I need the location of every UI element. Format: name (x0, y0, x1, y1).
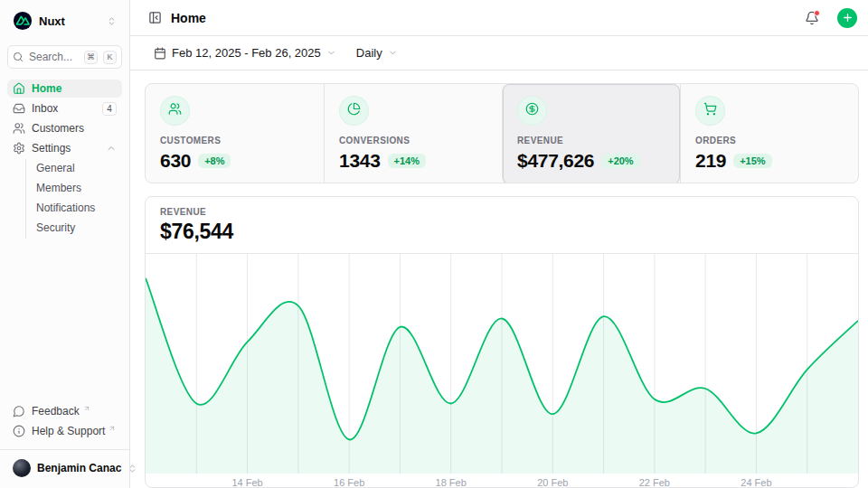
period-value: Daily (356, 46, 382, 60)
stat-value: $477,626 (517, 150, 594, 172)
stat-label: ORDERS (695, 136, 844, 145)
sidebar: Nuxt Search... ⌘ K HomeInbox4CustomersSe… (0, 0, 130, 488)
user-menu-button[interactable]: Benjamin Canac (7, 457, 122, 481)
stat-icon-wrap (160, 96, 190, 126)
kbd-k: K (103, 51, 117, 64)
divider (0, 449, 129, 450)
gear-icon (13, 142, 25, 155)
x-axis-tick-label: 22 Feb (639, 477, 670, 488)
chevron-down-icon (326, 48, 336, 58)
workspace-name: Nuxt (39, 14, 100, 28)
search-icon (13, 52, 24, 62)
sidebar-item-settings[interactable]: Settings (7, 139, 122, 157)
plus-icon (842, 12, 854, 23)
page-title: Home (171, 11, 796, 25)
sidebar-footer: FeedbackHelp & Support Benjamin Canac (7, 402, 122, 481)
message-circle-icon (13, 405, 25, 418)
page-content: CUSTOMERS630+8%CONVERSIONS1343+14%REVENU… (130, 70, 868, 488)
stat-delta-badge: +15% (733, 154, 771, 168)
top-header: Home (130, 0, 868, 36)
chart-kicker: REVENUE (160, 207, 844, 217)
x-axis-tick-label: 24 Feb (741, 477, 771, 488)
search-placeholder: Search... (29, 51, 79, 63)
stat-delta-badge: +8% (198, 154, 231, 168)
stat-delta-badge: +20% (601, 154, 639, 168)
sidebar-item-label: Inbox (32, 102, 96, 115)
search-input[interactable]: Search... ⌘ K (7, 45, 122, 69)
chart-header: REVENUE $76,544 (146, 197, 858, 254)
inbox-icon (13, 102, 25, 115)
stat-delta-badge: +14% (388, 154, 426, 168)
sidebar-subitem-security[interactable]: Security (31, 219, 122, 237)
users-icon (168, 102, 182, 119)
info-circle-icon (13, 425, 25, 437)
revenue-chart-panel: REVENUE $76,544 14 Feb16 Feb18 Feb20 Feb… (145, 196, 859, 488)
x-axis-labels: 14 Feb16 Feb18 Feb20 Feb22 Feb24 Feb (146, 477, 858, 488)
stat-label: REVENUE (517, 136, 665, 145)
user-name: Benjamin Canac (37, 462, 121, 474)
stat-icon-wrap (339, 96, 369, 126)
chart-current-value: $76,544 (160, 220, 844, 244)
period-select[interactable]: Daily (351, 42, 403, 63)
sidebar-item-feedback[interactable]: Feedback (7, 402, 122, 420)
chevron-down-icon (388, 48, 398, 58)
revenue-area-chart[interactable]: 14 Feb16 Feb18 Feb20 Feb22 Feb24 Feb (146, 254, 858, 488)
sidebar-item-help-support[interactable]: Help & Support (7, 422, 122, 440)
stat-label: CONVERSIONS (339, 136, 487, 145)
chevrons-up-down-icon (107, 16, 117, 26)
house-icon (13, 82, 25, 95)
x-axis-tick-label: 14 Feb (231, 477, 262, 488)
users-icon (13, 122, 25, 135)
stat-label: CUSTOMERS (160, 136, 309, 145)
sidebar-item-customers[interactable]: Customers (7, 119, 122, 137)
sidebar-item-label: Customers (32, 122, 117, 135)
chevron-up-icon (106, 143, 117, 154)
sidebar-subnav-settings: GeneralMembersNotificationsSecurity (25, 159, 122, 239)
stat-value: 219 (695, 150, 726, 172)
calendar-icon (154, 47, 166, 60)
workspace-picker[interactable]: Nuxt (7, 7, 122, 34)
date-range-picker[interactable]: Feb 12, 2025 - Feb 26, 2025 (148, 42, 342, 63)
sidebar-collapse-button[interactable] (148, 11, 162, 24)
sidebar-subitem-notifications[interactable]: Notifications (31, 199, 122, 217)
sidebar-subitem-label: Members (36, 182, 117, 194)
sidebar-subitem-label: General (36, 162, 117, 174)
stat-card-orders[interactable]: ORDERS219+15% (680, 84, 858, 183)
stat-card-conversions[interactable]: CONVERSIONS1343+14% (324, 84, 502, 183)
sidebar-subitem-label: Notifications (36, 202, 117, 214)
sidebar-subitem-general[interactable]: General (31, 159, 122, 177)
sidebar-item-inbox[interactable]: Inbox4 (7, 99, 122, 117)
x-axis-tick-label: 16 Feb (334, 477, 364, 488)
sidebar-subitem-members[interactable]: Members (31, 179, 122, 197)
dashboard-window: Nuxt Search... ⌘ K HomeInbox4CustomersSe… (0, 0, 868, 488)
main-area: Home Feb 12, 2025 - Feb 26, 2025 (130, 0, 868, 488)
circle-dollar-icon (525, 102, 539, 119)
chart-canvas (146, 254, 858, 474)
x-axis-tick-label: 20 Feb (537, 477, 568, 488)
filter-bar: Feb 12, 2025 - Feb 26, 2025 Daily (130, 36, 868, 70)
stat-icon-wrap (517, 96, 547, 126)
sidebar-item-label: Settings (32, 142, 99, 155)
panel-left-close-icon (148, 11, 162, 24)
stat-value: 1343 (339, 150, 381, 172)
inbox-count-badge: 4 (102, 102, 117, 116)
stat-card-customers[interactable]: CUSTOMERS630+8% (146, 84, 324, 183)
kbd-cmd: ⌘ (84, 51, 98, 64)
notifications-button[interactable] (805, 11, 819, 25)
stats-row: CUSTOMERS630+8%CONVERSIONS1343+14%REVENU… (145, 83, 859, 183)
sidebar-item-home[interactable]: Home (7, 80, 122, 98)
sidebar-item-label: Feedback (32, 405, 80, 418)
user-avatar (13, 459, 31, 477)
sidebar-subitem-label: Security (36, 221, 117, 234)
date-range-value: Feb 12, 2025 - Feb 26, 2025 (172, 46, 321, 60)
stat-icon-wrap (695, 96, 725, 126)
sidebar-item-label: Home (32, 82, 117, 95)
pie-chart-icon (347, 102, 361, 119)
stat-value: 630 (160, 150, 191, 172)
arrow-up-right-icon (83, 405, 90, 412)
stat-card-revenue[interactable]: REVENUE$477,626+20% (502, 84, 680, 183)
sidebar-nav: HomeInbox4CustomersSettingsGeneralMember… (7, 80, 122, 402)
nuxt-logo-icon (13, 11, 33, 31)
x-axis-tick-label: 18 Feb (436, 477, 467, 488)
new-item-button[interactable] (837, 8, 857, 28)
